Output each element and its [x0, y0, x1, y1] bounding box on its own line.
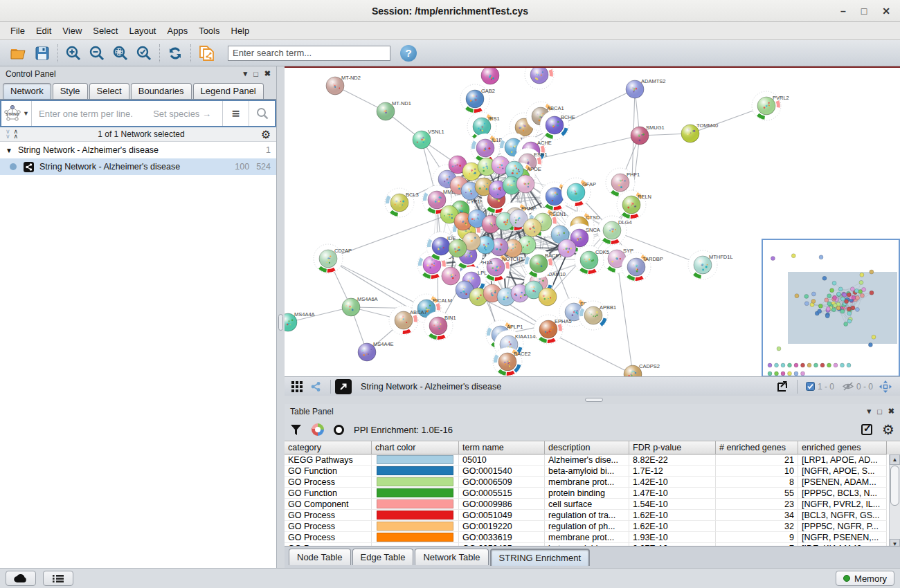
table-row[interactable]: GO ComponentGO:0009986cell surface1.54E-… — [285, 499, 900, 510]
menu-layout[interactable]: Layout — [124, 24, 161, 38]
navigator-toggle-button[interactable] — [877, 379, 894, 394]
tab-node-table[interactable]: Node Table — [289, 549, 351, 565]
network-node-ms4a4e[interactable]: MS4A4E — [358, 341, 394, 361]
network-node-gab2[interactable]: GAB2 — [460, 84, 495, 113]
column-header[interactable]: # enriched genes — [716, 441, 798, 454]
tab-network[interactable]: Network — [3, 83, 51, 99]
network-node[interactable] — [558, 239, 576, 257]
table-row[interactable]: GO ProcessGO:0033619membrane prot...1.93… — [285, 532, 900, 543]
search-input[interactable] — [228, 46, 390, 61]
network-node-tomm40[interactable]: TOMM40 — [681, 122, 718, 143]
open-session-button[interactable] — [7, 43, 30, 64]
network-node-apbb1[interactable]: APBB1 — [579, 301, 616, 330]
column-header[interactable]: term name — [459, 441, 545, 454]
save-session-button[interactable] — [30, 43, 54, 64]
draw-charts-icon[interactable] — [312, 423, 324, 436]
network-node-gfap[interactable]: GFAP — [561, 178, 596, 207]
network-node-tardbp[interactable]: TARDBP — [622, 252, 663, 282]
refresh-button[interactable] — [163, 43, 187, 64]
network-collection-row[interactable]: ▼ String Network - Alzheimer's disease 1 — [0, 142, 276, 158]
minimize-button[interactable]: – — [840, 6, 846, 17]
network-node[interactable] — [516, 175, 534, 193]
table-row[interactable]: KEGG Pathways05010Alzheimer's dise...8.8… — [285, 454, 900, 466]
splitter-handle[interactable] — [585, 398, 603, 402]
column-header[interactable]: category — [285, 441, 372, 454]
tab-legend-panel[interactable]: Legend Panel — [193, 83, 264, 99]
table-row[interactable]: GO FunctionGO:0005515protein binding1.47… — [285, 488, 900, 499]
network-node[interactable] — [525, 68, 554, 89]
float-panel-icon[interactable]: □ — [253, 70, 258, 78]
select-rows-icon[interactable] — [861, 424, 872, 435]
network-node[interactable] — [449, 239, 467, 257]
zoom-in-button[interactable] — [62, 43, 85, 64]
network-node-cd2ap[interactable]: CD2AP — [314, 244, 352, 273]
network-node-mt-nd1[interactable]: MT-ND1 — [377, 100, 411, 120]
panel-menu-icon[interactable]: ▾ — [244, 69, 248, 78]
menu-edit[interactable]: Edit — [31, 24, 56, 38]
settings-gear-icon[interactable]: ⚙ — [882, 421, 894, 438]
network-row[interactable]: String Network - Alzheimer's disease 100… — [0, 158, 276, 175]
zoom-out-button[interactable] — [85, 43, 109, 64]
network-node[interactable] — [523, 219, 541, 237]
network-node[interactable] — [442, 267, 460, 285]
grid-view-button[interactable] — [289, 379, 305, 394]
network-node-adamts2[interactable]: ADAMTS2 — [626, 78, 665, 98]
menu-help[interactable]: Help — [226, 24, 255, 38]
network-view[interactable]: MT-ND2MT-ND1VSNL1GAB2IRS1CHATABCA1BCHEIL… — [285, 66, 900, 376]
gear-icon[interactable]: ⚙ — [261, 128, 271, 141]
set-species-link[interactable]: Set species → — [153, 109, 222, 119]
network-node[interactable] — [539, 288, 557, 306]
string-query-placeholder[interactable]: Enter one term per line. — [32, 109, 153, 119]
tab-boundaries[interactable]: Boundaries — [131, 83, 192, 99]
column-header[interactable]: enriched genes — [798, 441, 887, 454]
close-panel-icon[interactable]: ✖ — [888, 407, 894, 416]
maximize-button[interactable]: □ — [861, 6, 867, 17]
float-panel-icon[interactable]: □ — [877, 407, 882, 416]
vertical-splitter[interactable] — [277, 66, 285, 568]
expand-all-icon[interactable]: ∨∨ — [6, 129, 10, 139]
network-node-dlg4[interactable]: DLG4 — [597, 216, 632, 245]
column-header[interactable]: FDR p-value — [629, 441, 716, 454]
network-node[interactable] — [481, 68, 499, 84]
tab-network-table[interactable]: Network Table — [415, 549, 488, 565]
zoom-selected-button[interactable] — [132, 43, 156, 64]
table-row[interactable]: GO ProcessGO:0006509membrane prot...1.42… — [285, 477, 900, 488]
menu-select[interactable]: Select — [88, 24, 123, 38]
splitter-handle[interactable] — [278, 314, 283, 331]
zoom-fit-button[interactable] — [109, 43, 132, 64]
tab-edge-table[interactable]: Edge Table — [352, 549, 414, 565]
table-row[interactable]: GO ProcessGO:0019220regulation of ph...1… — [285, 521, 900, 532]
tab-string-enrichment[interactable]: STRING Enrichment — [490, 549, 590, 566]
bird-eye-view[interactable] — [762, 239, 900, 376]
network-node-pvrl2[interactable]: PVRL2 — [752, 91, 789, 120]
scrollbar-thumb[interactable] — [890, 466, 899, 506]
network-node-bin1[interactable]: BIN1 — [424, 311, 456, 340]
open-in-new-window-button[interactable] — [335, 379, 352, 394]
network-node-bcl3[interactable]: BCL3 — [385, 188, 419, 217]
network-node-epha5[interactable]: EPHA5 — [534, 315, 572, 344]
collapse-triangle-icon[interactable]: ▼ — [6, 147, 12, 154]
network-node-bace2[interactable]: BACE2 — [493, 347, 531, 376]
export-view-button[interactable] — [774, 379, 791, 394]
network-node-vsnl1[interactable]: VSNL1 — [413, 129, 444, 149]
help-icon[interactable]: ? — [400, 45, 417, 62]
network-node-bche[interactable]: BCHE — [540, 111, 575, 140]
network-node-ms4a6a[interactable]: MS4A6A — [342, 296, 378, 316]
horizontal-splitter[interactable] — [285, 396, 900, 404]
menu-file[interactable]: File — [6, 24, 30, 38]
network-node-ms4a4a[interactable]: MS4A4A — [285, 311, 315, 331]
tab-style[interactable]: Style — [53, 83, 88, 99]
table-scrollbar[interactable]: ▲ ▼ — [889, 454, 900, 549]
panel-menu-icon[interactable]: ▾ — [867, 407, 872, 416]
collapse-all-icon[interactable]: ∧∧ — [14, 129, 18, 139]
menu-apps[interactable]: Apps — [163, 24, 193, 38]
scroll-up-arrow[interactable]: ▲ — [890, 454, 900, 465]
column-header[interactable]: description — [545, 441, 629, 454]
filter-icon[interactable] — [290, 424, 302, 436]
close-button[interactable]: ✕ — [882, 6, 890, 17]
table-row[interactable]: GO ProcessGO:0051049regulation of tra...… — [285, 510, 900, 521]
string-search-icon[interactable] — [249, 101, 275, 126]
table-row[interactable]: GO FunctionGO:0001540beta-amyloid bi...1… — [285, 466, 900, 477]
close-panel-icon[interactable]: ✖ — [264, 69, 271, 78]
string-options-menu-icon[interactable]: ≡ — [222, 101, 249, 126]
